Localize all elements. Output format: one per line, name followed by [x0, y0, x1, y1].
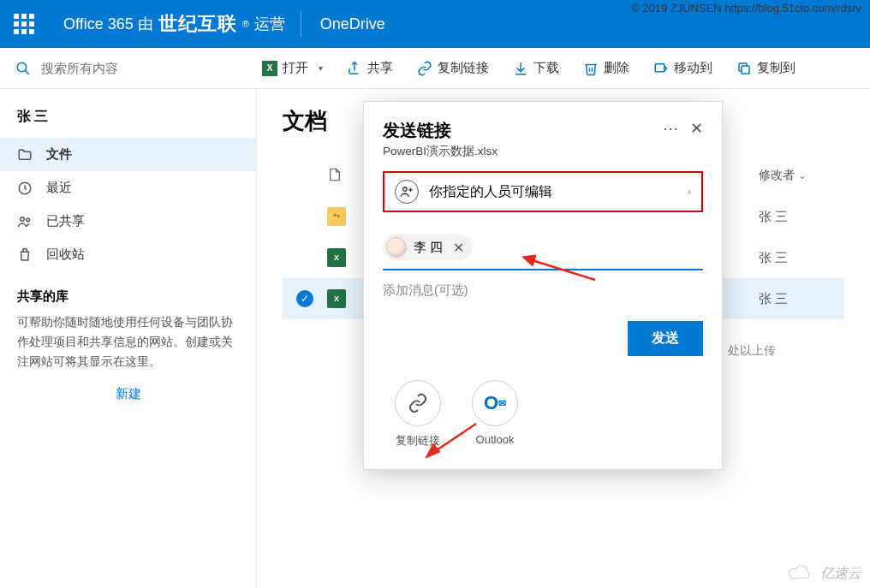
user-name: 张 三: [0, 101, 256, 138]
watermark: 亿速云: [786, 564, 861, 583]
svg-point-10: [334, 214, 337, 217]
recipient-chip: 李 四 ✕: [383, 235, 473, 260]
new-library-link[interactable]: 新建: [0, 372, 256, 416]
svg-marker-16: [522, 255, 536, 266]
remove-chip-icon[interactable]: ✕: [450, 240, 464, 256]
copy-icon: [736, 61, 752, 76]
sidebar-item-label: 文件: [46, 146, 72, 163]
copylink-button[interactable]: 复制链接: [408, 48, 498, 89]
shared-libraries-heading: 共享的库: [0, 271, 256, 313]
sidebar-item-recycle[interactable]: 回收站: [0, 238, 256, 271]
waffle-icon: [14, 14, 34, 34]
svg-rect-6: [742, 66, 749, 74]
avatar: [386, 237, 407, 258]
svg-point-8: [21, 217, 25, 221]
annotation-arrow: [423, 419, 483, 466]
search-box[interactable]: [15, 61, 247, 76]
svg-point-11: [337, 215, 340, 217]
svg-marker-18: [426, 443, 440, 458]
more-icon[interactable]: ⋯: [663, 119, 678, 138]
sidebar-item-recent[interactable]: 最近: [0, 171, 256, 205]
copyto-button[interactable]: 复制到: [728, 48, 804, 89]
people-plus-icon: [395, 180, 419, 204]
open-button[interactable]: X 打开▾: [253, 48, 331, 89]
download-icon: [513, 61, 528, 76]
file-header-icon[interactable]: [327, 165, 343, 184]
svg-line-1: [25, 70, 29, 74]
shared-libraries-desc: 可帮助你随时随地使用任何设备与团队协作处理项目和共享信息的网站。创建或关注网站可…: [0, 313, 256, 372]
dialog-title: 发送链接: [383, 119, 498, 142]
excel-file-icon: X: [327, 289, 346, 308]
app-name[interactable]: OneDrive: [301, 15, 404, 33]
moveto-button[interactable]: 移动到: [645, 48, 721, 89]
column-modifier[interactable]: 修改者 ⌄: [759, 168, 844, 183]
chevron-right-icon: ›: [688, 186, 691, 198]
shared-folder-icon: [327, 207, 346, 226]
sidebar-item-files[interactable]: 文件: [0, 138, 256, 171]
search-input[interactable]: [41, 61, 195, 75]
sidebar: 张 三 文件 最近 已共享 回收站 共享的库 可帮助你随时随地使用任何设备与团队…: [0, 89, 257, 588]
chevron-down-icon: ⌄: [798, 169, 807, 181]
sidebar-item-shared[interactable]: 已共享: [0, 205, 256, 238]
share-button[interactable]: 共享: [338, 48, 402, 89]
excel-icon: X: [262, 61, 277, 76]
modifier-cell: 张 三: [759, 250, 844, 266]
recycle-icon: [17, 247, 34, 263]
svg-rect-5: [655, 63, 664, 71]
clock-icon: [17, 181, 34, 196]
search-icon: [15, 61, 31, 76]
sidebar-item-label: 已共享: [46, 213, 85, 229]
svg-line-15: [529, 259, 595, 280]
svg-point-0: [17, 62, 27, 72]
copyright-text: © 2019 ZJUNSEN https://blog.51cto.com/rd…: [631, 2, 861, 15]
share-icon: [347, 61, 362, 76]
move-icon: [653, 61, 669, 76]
sidebar-item-label: 最近: [46, 180, 72, 196]
download-button[interactable]: 下载: [504, 48, 568, 89]
svg-point-12: [403, 187, 408, 192]
app-launcher[interactable]: [0, 0, 48, 48]
chevron-down-icon: ▾: [313, 63, 323, 73]
recipient-name: 李 四: [414, 240, 443, 256]
svg-point-9: [27, 217, 30, 221]
excel-file-icon: X: [327, 248, 346, 267]
dialog-subtitle: PowerBI演示数据.xlsx: [383, 144, 498, 159]
annotation-arrow: [522, 252, 599, 290]
suite-brand: Office 365 由 世纪互联 ® 运营: [48, 11, 301, 37]
send-button[interactable]: 发送: [628, 321, 703, 356]
permission-label: 你指定的人员可编辑: [429, 183, 677, 201]
close-icon[interactable]: ✕: [690, 119, 703, 138]
modifier-cell: 张 三: [759, 291, 844, 307]
sidebar-item-label: 回收站: [46, 246, 85, 263]
trash-icon: [583, 61, 599, 76]
command-bar: X 打开▾ 共享 复制链接 下载 删除 移动到 复制到: [0, 48, 870, 89]
delete-button[interactable]: 删除: [575, 48, 638, 89]
modifier-cell: 张 三: [759, 209, 844, 225]
people-icon: [17, 214, 34, 229]
folder-icon: [17, 147, 34, 163]
link-icon: [417, 61, 432, 76]
checked-icon[interactable]: ✓: [296, 290, 313, 307]
permission-selector[interactable]: 你指定的人员可编辑 ›: [383, 171, 703, 212]
